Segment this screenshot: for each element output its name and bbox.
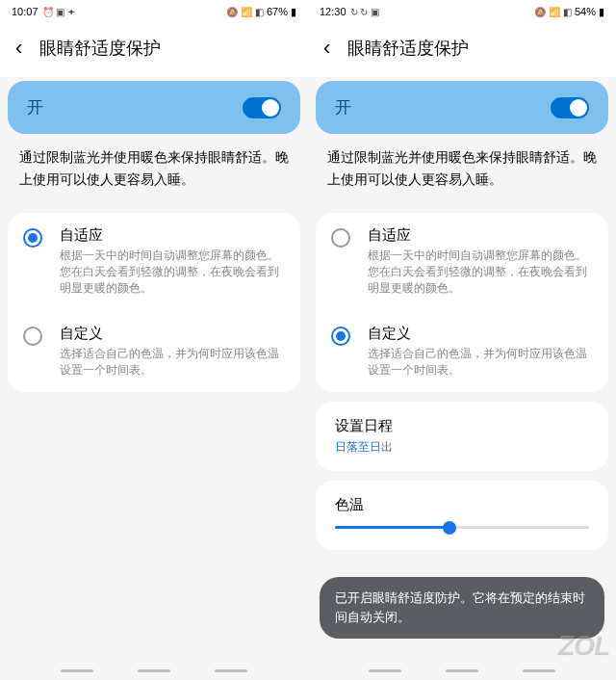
nav-hint bbox=[369, 669, 401, 672]
description-text: 通过限制蓝光并使用暖色来保持眼睛舒适。晚上使用可以使人更容易入睡。 bbox=[0, 134, 308, 213]
back-icon[interactable]: ‹ bbox=[323, 38, 330, 59]
status-bar: 10:07 ⏰ ▣ ✦ 🔕 📶 ◧ 67% ▮ bbox=[0, 0, 308, 23]
color-temp-card: 色温 bbox=[316, 481, 608, 550]
slider-thumb[interactable] bbox=[443, 521, 456, 535]
battery-icon: ▮ bbox=[291, 6, 296, 18]
radio-title: 自定义 bbox=[368, 325, 589, 343]
status-time: 10:07 bbox=[12, 6, 38, 17]
options-card: 自适应 根据一天中的时间自动调整您屏幕的颜色。您在白天会看到轻微的调整，在夜晚会… bbox=[8, 213, 300, 392]
status-notif-icons: ⏰ ▣ ✦ bbox=[42, 7, 76, 17]
page-title: 眼睛舒适度保护 bbox=[39, 37, 161, 60]
radio-desc: 选择适合自己的色温，并为何时应用该色温设置一个时间表。 bbox=[368, 346, 589, 379]
description-text: 通过限制蓝光并使用暖色来保持眼睛舒适。晚上使用可以使人更容易入睡。 bbox=[308, 134, 616, 213]
status-battery: 67% bbox=[267, 6, 288, 17]
nav-hint bbox=[138, 669, 170, 672]
nav-hint bbox=[61, 669, 93, 672]
back-icon[interactable]: ‹ bbox=[15, 38, 22, 59]
radio-icon[interactable] bbox=[23, 228, 42, 248]
radio-option-custom[interactable]: 自定义 选择适合自己的色温，并为何时应用该色温设置一个时间表。 bbox=[316, 311, 608, 393]
radio-desc: 根据一天中的时间自动调整您屏幕的颜色。您在白天会看到轻微的调整，在夜晚会看到明显… bbox=[60, 248, 281, 298]
temp-slider[interactable] bbox=[335, 526, 589, 529]
status-time: 12:30 bbox=[320, 6, 346, 17]
nav-hint bbox=[523, 669, 555, 672]
nav-hints bbox=[308, 669, 616, 672]
radio-title: 自定义 bbox=[60, 325, 281, 343]
schedule-value: 日落至日出 bbox=[335, 439, 589, 456]
radio-desc: 选择适合自己的色温，并为何时应用该色温设置一个时间表。 bbox=[60, 346, 281, 379]
nav-hints bbox=[0, 669, 308, 672]
radio-icon[interactable] bbox=[331, 228, 350, 248]
toggle-switch[interactable] bbox=[243, 97, 281, 118]
schedule-card[interactable]: 设置日程 日落至日出 bbox=[316, 402, 608, 471]
radio-desc: 根据一天中的时间自动调整您屏幕的颜色。您在白天会看到轻微的调整，在夜晚会看到明显… bbox=[368, 248, 589, 298]
master-toggle-card[interactable]: 开 bbox=[316, 81, 608, 134]
status-network-icons: 🔕 📶 ◧ bbox=[226, 7, 264, 17]
status-battery: 54% bbox=[575, 6, 596, 17]
phone-right: 12:30 ↻ ↻ ▣ 🔕 📶 ◧ 54% ▮ ‹ 眼睛舒适度保护 开 通过限制… bbox=[308, 0, 616, 680]
radio-option-custom[interactable]: 自定义 选择适合自己的色温，并为何时应用该色温设置一个时间表。 bbox=[8, 311, 300, 393]
status-bar: 12:30 ↻ ↻ ▣ 🔕 📶 ◧ 54% ▮ bbox=[308, 0, 616, 23]
master-toggle-card[interactable]: 开 bbox=[8, 81, 300, 134]
options-card: 自适应 根据一天中的时间自动调整您屏幕的颜色。您在白天会看到轻微的调整，在夜晚会… bbox=[316, 213, 608, 392]
battery-icon: ▮ bbox=[599, 6, 604, 18]
toggle-label: 开 bbox=[335, 96, 351, 118]
radio-option-adaptive[interactable]: 自适应 根据一天中的时间自动调整您屏幕的颜色。您在白天会看到轻微的调整，在夜晚会… bbox=[8, 213, 300, 311]
toast-message: 已开启眼睛舒适度防护。它将在预定的结束时间自动关闭。 bbox=[320, 577, 604, 639]
phone-left: 10:07 ⏰ ▣ ✦ 🔕 📶 ◧ 67% ▮ ‹ 眼睛舒适度保护 开 通过限制… bbox=[0, 0, 308, 680]
nav-hint bbox=[446, 669, 478, 672]
status-network-icons: 🔕 📶 ◧ bbox=[534, 7, 572, 17]
radio-title: 自适应 bbox=[368, 226, 589, 245]
page-title: 眼睛舒适度保护 bbox=[347, 37, 469, 60]
radio-icon[interactable] bbox=[23, 327, 42, 346]
radio-option-adaptive[interactable]: 自适应 根据一天中的时间自动调整您屏幕的颜色。您在白天会看到轻微的调整，在夜晚会… bbox=[316, 213, 608, 311]
radio-title: 自适应 bbox=[60, 226, 281, 245]
status-notif-icons: ↻ ↻ ▣ bbox=[350, 7, 380, 17]
header: ‹ 眼睛舒适度保护 bbox=[0, 23, 308, 77]
header: ‹ 眼睛舒适度保护 bbox=[308, 23, 616, 77]
temp-title: 色温 bbox=[335, 496, 589, 514]
toggle-switch[interactable] bbox=[551, 97, 589, 118]
nav-hint bbox=[215, 669, 247, 672]
schedule-title: 设置日程 bbox=[335, 417, 589, 435]
radio-icon[interactable] bbox=[331, 327, 350, 346]
slider-fill bbox=[335, 526, 449, 529]
toggle-label: 开 bbox=[27, 96, 43, 118]
